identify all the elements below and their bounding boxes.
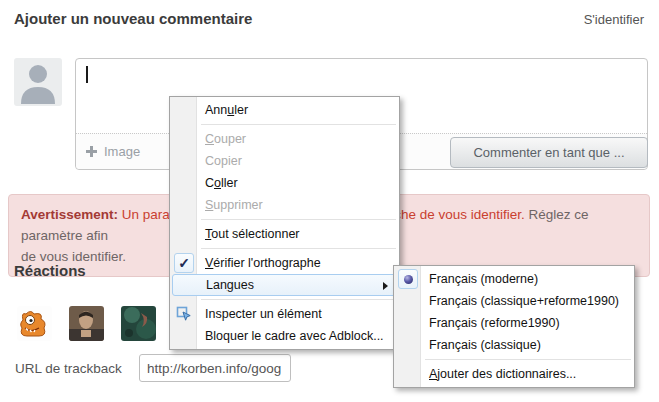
menu-item-label: Tout sélectionner (205, 227, 300, 241)
menu-separator (201, 248, 396, 249)
languages-submenu: Français (moderne) Français (classique+r… (393, 265, 635, 388)
menu-item-label: Supprimer (205, 198, 263, 212)
composer-avatar (14, 58, 62, 106)
inspector-arrow-icon (176, 306, 192, 322)
menu-separator (201, 219, 396, 220)
menu-item-francais-moderne[interactable]: Français (moderne) (395, 268, 633, 290)
menu-item-copier: Copier (171, 150, 398, 172)
text-caret (86, 66, 88, 83)
menu-item-verifier-orthographe[interactable]: ✓ Vérifier l'orthographe (171, 252, 398, 274)
menu-item-tout-selectionner[interactable]: Tout sélectionner (171, 223, 398, 245)
menu-item-supprimer: Supprimer (171, 194, 398, 216)
menu-separator (201, 124, 396, 125)
menu-separator (201, 299, 396, 300)
menu-item-label: Bloquer le cadre avec Adblock... (205, 329, 384, 343)
menu-item-label: Français (reforme1990) (429, 316, 560, 330)
menu-item-ajouter-dictionnaires[interactable]: Ajouter des dictionnaires... (395, 363, 633, 385)
trackback-label: URL de trackback (15, 361, 122, 376)
person-silhouette-icon (14, 92, 62, 106)
menu-item-label: Langues (206, 278, 254, 292)
reaction-avatar-portrait[interactable] (69, 306, 104, 341)
page-title: Ajouter un nouveau commentaire (14, 10, 252, 27)
menu-item-label: Annuler (205, 103, 248, 117)
menu-item-francais-reforme1990[interactable]: Français (reforme1990) (395, 312, 633, 334)
menu-item-francais-classique-reforme1990[interactable]: Français (classique+reforme1990) (395, 290, 633, 312)
menu-item-label: Copier (205, 154, 242, 168)
menu-item-inspecter-element[interactable]: Inspecter un élément (171, 303, 398, 325)
menu-item-label: Vérifier l'orthographe (205, 256, 321, 270)
menu-separator (425, 359, 631, 360)
submenu-arrow-icon (383, 282, 388, 290)
menu-item-label: Français (classique) (429, 338, 541, 352)
menu-item-label: Coller (205, 176, 238, 190)
menu-item-annuler[interactable]: Annuler (171, 99, 398, 121)
trackback-input[interactable] (139, 354, 291, 382)
warning-prefix: Avertissement: (21, 207, 118, 222)
add-image-label: Image (104, 144, 140, 159)
add-image-button[interactable]: Image (86, 134, 140, 169)
reaction-avatar-cat[interactable] (17, 306, 52, 341)
radio-selected-icon (398, 269, 418, 289)
menu-item-francais-classique[interactable]: Français (classique) (395, 334, 633, 356)
reaction-avatar-artwork[interactable] (121, 306, 156, 341)
menu-item-label: Français (classique+reforme1990) (429, 294, 619, 308)
comment-as-button[interactable]: Commenter en tant que ... (450, 137, 648, 168)
menu-item-langues[interactable]: Langues (172, 274, 397, 296)
menu-item-label: Ajouter des dictionnaires... (429, 367, 576, 381)
menu-item-label: Couper (205, 132, 246, 146)
menu-item-label: Français (moderne) (429, 272, 538, 286)
menu-item-couper: Couper (171, 128, 398, 150)
context-menu: Annuler Couper Copier Coller Supprimer T… (169, 96, 400, 350)
checkmark-icon: ✓ (174, 253, 194, 273)
menu-item-label: Inspecter un élément (205, 307, 322, 321)
reactions-avatar-row (17, 306, 156, 341)
menu-item-bloquer-adblock[interactable]: Bloquer le cadre avec Adblock... (171, 325, 398, 347)
plus-icon (86, 146, 97, 157)
menu-item-coller[interactable]: Coller (171, 172, 398, 194)
signin-link[interactable]: S'identifier (584, 12, 644, 27)
reactions-title: Réactions (14, 262, 86, 279)
